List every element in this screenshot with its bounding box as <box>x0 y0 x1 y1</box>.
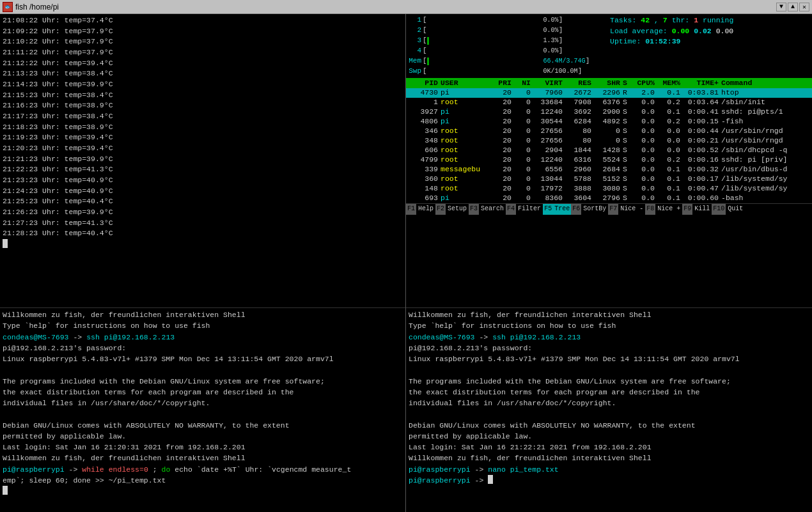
temp-line: 21:18:23 Uhr: temp=38.9°C <box>3 122 403 133</box>
programs-line1-r: The programs included with the Debian GN… <box>409 376 809 387</box>
text-cursor-right <box>488 475 493 484</box>
temp-line: 21:09:22 Uhr: temp=37.9°C <box>3 26 403 37</box>
funckey-f4[interactable]: F4 <box>506 204 516 215</box>
funclabel-quit: Quit <box>726 204 745 215</box>
temp-line: 21:08:22 Uhr: temp=37.4°C <box>3 15 403 26</box>
process-row[interactable]: 148 root 20 0 17972 3888 3080 S 0.0 0.1 … <box>406 184 812 194</box>
programs-line2-r: the exact distribution terms for each pr… <box>409 387 809 398</box>
ssh-prompt-line: condeas@MS-7693 -> ssh pi@192.168.2.213 <box>3 332 403 343</box>
htop-monitor[interactable]: 1 [ 0.0% ] 2 [ 0.0% ] 3 [ 1.3% ] 4 [ 0.0… <box>406 14 812 307</box>
funclabel-tree: Tree <box>553 204 571 215</box>
swp-bar <box>427 68 542 75</box>
process-row[interactable]: 339 messagebu 20 0 6556 2960 2684 S 0.0 … <box>406 165 812 175</box>
funckey-f9[interactable]: F9 <box>682 204 692 215</box>
titlebar: 🐟 fish /home/pi ▼ ▲ ✕ <box>0 0 812 14</box>
process-row[interactable]: 360 root 20 0 13044 5788 5152 S 0.0 0.1 … <box>406 175 812 184</box>
cpu-bar <box>427 27 542 35</box>
pi-prompt2-line: pi@raspberrypi -> <box>409 475 809 486</box>
funclabel-kill: Kill <box>692 204 712 215</box>
programs-line1: The programs included with the Debian GN… <box>3 376 403 387</box>
temp-line: 21:17:23 Uhr: temp=38.4°C <box>3 111 403 122</box>
function-bar: F1HelpF2SetupF3SearchF4FilterF5TreeF6Sor… <box>406 203 812 215</box>
temp-line: 21:20:23 Uhr: temp=39.4°C <box>3 143 403 154</box>
temp-line: 21:28:23 Uhr: temp=40.4°C <box>3 228 403 239</box>
funckey-f5[interactable]: F5 <box>543 204 553 215</box>
funclabel-nice +: Nice + <box>655 204 682 215</box>
funckey-f8[interactable]: F8 <box>645 204 655 215</box>
temp-line: 21:12:22 Uhr: temp=39.4°C <box>3 58 403 69</box>
system-stats: Tasks: 42 , 7 thr: 1 running Load averag… <box>605 15 809 77</box>
process-row[interactable]: 693 pi 20 0 8360 3604 2796 S 0.0 0.1 0:0… <box>406 194 812 203</box>
temp-line: 21:15:23 Uhr: temp=38.4°C <box>3 90 403 101</box>
cpu-bar-row: 1 [ 0.0% ] <box>409 15 605 26</box>
process-row[interactable]: 606 root 20 0 2904 1844 1428 S 0.0 0.0 0… <box>406 146 812 155</box>
temp-line: 21:26:23 Uhr: temp=39.9°C <box>3 207 403 218</box>
ssh-prompt-line-r: condeas@MS-7693 -> ssh pi@192.168.2.213 <box>409 332 809 343</box>
maximize-button[interactable]: ▲ <box>788 3 798 12</box>
welcome-line: Willkommen zu fish, der freundlichen int… <box>3 309 403 320</box>
process-row[interactable]: 4730 pi 20 0 7960 2672 2296 R 2.0 0.1 0:… <box>406 88 812 98</box>
warranty-line1: Debian GNU/Linux comes with ABSOLUTELY N… <box>3 420 403 431</box>
temperature-output[interactable]: 21:08:22 Uhr: temp=37.4°C21:09:22 Uhr: t… <box>0 14 405 307</box>
funclabel-sortby: SortBy <box>581 204 608 215</box>
help-hint: Type `help` for instructions on how to u… <box>3 320 403 331</box>
funclabel-filter: Filter <box>516 204 543 215</box>
close-button[interactable]: ✕ <box>799 3 809 12</box>
funclabel-help: Help <box>416 204 435 215</box>
temp-line: 21:16:23 Uhr: temp=38.9°C <box>3 100 403 111</box>
minimize-button[interactable]: ▼ <box>776 3 786 12</box>
funckey-f2[interactable]: F2 <box>435 204 446 215</box>
left-terminal-pane: 21:08:22 Uhr: temp=37.4°C21:09:22 Uhr: t… <box>0 14 406 512</box>
temp-line: 21:14:23 Uhr: temp=39.9°C <box>3 79 403 90</box>
welcome-line-r: Willkommen zu fish, der freundlichen int… <box>409 309 809 320</box>
cursor-line-left <box>3 486 403 497</box>
funclabel-setup: Setup <box>446 204 469 215</box>
process-row[interactable]: 1 root 20 0 33684 7908 6376 S 0.0 0.2 0:… <box>406 98 812 107</box>
temp-line: 21:25:23 Uhr: temp=40.4°C <box>3 196 403 207</box>
programs-line2: the exact distribution terms for each pr… <box>3 387 403 398</box>
warranty-line1-r: Debian GNU/Linux comes with ABSOLUTELY N… <box>409 420 809 431</box>
temp-line: 21:13:23 Uhr: temp=38.4°C <box>3 68 403 79</box>
app-icon: 🐟 <box>3 2 13 12</box>
tasks-line: Tasks: 42 , 7 thr: 1 running <box>610 15 809 26</box>
last-login: Last login: Sat Jan 16 21:20:31 2021 fro… <box>3 442 403 453</box>
warranty-line2: permitted by applicable law. <box>3 431 403 442</box>
left-bottom-terminal[interactable]: Willkommen zu fish, der freundlichen int… <box>0 307 405 512</box>
htop-header: 1 [ 0.0% ] 2 [ 0.0% ] 3 [ 1.3% ] 4 [ 0.0… <box>406 14 812 78</box>
process-row[interactable]: 3927 pi 20 0 12240 3692 2900 S 0.0 0.1 0… <box>406 107 812 117</box>
temp-line: 21:23:23 Uhr: temp=40.9°C <box>3 175 403 186</box>
password-prompt: pi@192.168.2.213's password: <box>3 343 403 353</box>
programs-line3-r: individual files in /usr/share/doc/*/cop… <box>409 398 809 408</box>
cursor-line <box>3 239 403 250</box>
warranty-line2-r: permitted by applicable law. <box>409 431 809 442</box>
right-bottom-terminal[interactable]: Willkommen zu fish, der freundlichen int… <box>406 307 812 512</box>
temp-line: 21:10:22 Uhr: temp=37.9°C <box>3 36 403 47</box>
pi-command-line: pi@raspberrypi -> while endless=0 ; do e… <box>3 464 403 475</box>
funckey-f10[interactable]: F10 <box>712 204 726 215</box>
funckey-f3[interactable]: F3 <box>469 204 479 215</box>
funclabel-search: Search <box>479 204 506 215</box>
temp-line: 21:27:23 Uhr: temp=41.3°C <box>3 218 403 229</box>
process-table-header: PID USER PRI NI VIRT RES SHR S CPU% MEM%… <box>406 78 812 88</box>
funckey-f1[interactable]: F1 <box>406 204 416 215</box>
window-title: fish /home/pi <box>15 3 59 12</box>
cpu-bar-row: 3 [ 1.3% ] <box>409 36 605 46</box>
cpu-bar <box>427 17 542 24</box>
load-avg-line: Load average: 0.00 0.02 0.00 <box>610 26 809 37</box>
process-row[interactable]: 348 root 20 0 27656 80 0 S 0.0 0.0 0:00.… <box>406 136 812 146</box>
temp-line: 21:21:23 Uhr: temp=39.9°C <box>3 154 403 165</box>
titlebar-left: 🐟 fish /home/pi <box>3 2 59 12</box>
titlebar-buttons: ▼ ▲ ✕ <box>776 3 809 12</box>
last-login-r: Last login: Sat Jan 16 21:22:21 2021 fro… <box>409 442 809 453</box>
pi-command-line2: emp`; sleep 60; done >> ~/pi_temp.txt <box>3 475 403 486</box>
funckey-f6[interactable]: F6 <box>571 204 581 215</box>
cpu-bar <box>427 47 542 55</box>
funckey-f7[interactable]: F7 <box>608 204 618 215</box>
right-pane: 1 [ 0.0% ] 2 [ 0.0% ] 3 [ 1.3% ] 4 [ 0.0… <box>406 14 812 512</box>
uptime-line: Uptime: 01:52:39 <box>610 36 809 47</box>
willkommen2-r: Willkommen zu fish, der freundlichen int… <box>409 453 809 463</box>
process-row[interactable]: 346 root 20 0 27656 80 0 S 0.0 0.0 0:00.… <box>406 127 812 136</box>
process-list[interactable]: 4730 pi 20 0 7960 2672 2296 R 2.0 0.1 0:… <box>406 88 812 203</box>
process-row[interactable]: 4806 pi 20 0 30544 6284 4892 S 0.0 0.2 0… <box>406 117 812 127</box>
process-row[interactable]: 4799 root 20 0 12240 6316 5524 S 0.0 0.2… <box>406 155 812 165</box>
